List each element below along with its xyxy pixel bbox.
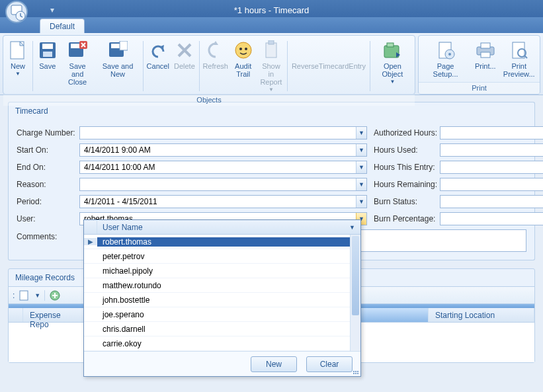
svg-rect-28	[20, 291, 28, 300]
report-icon	[261, 40, 282, 61]
burn-status-input[interactable]	[440, 195, 543, 208]
user-option[interactable]: joe.sperano	[84, 307, 360, 322]
scrollbar-thumb[interactable]	[352, 236, 359, 315]
new-record-icon[interactable]	[19, 290, 30, 301]
app-icon[interactable]	[3, 0, 43, 25]
popup-select-all[interactable]	[84, 220, 97, 234]
save-close-icon	[67, 40, 88, 61]
svg-point-13	[235, 42, 251, 58]
sort-icon: ▼	[349, 224, 355, 231]
refresh-icon	[205, 40, 226, 61]
popup-clear-button[interactable]: Clear	[306, 356, 353, 372]
col-starting-location[interactable]: Starting Location	[429, 308, 534, 322]
user-option-label: peter.petrov	[97, 252, 360, 261]
add-record-icon[interactable]	[49, 290, 61, 301]
reason-input[interactable]	[80, 178, 356, 190]
scrollbar[interactable]	[350, 235, 360, 351]
user-option-label: michael.pipoly	[97, 266, 360, 276]
label-hours-this-entry: Hours This Entry:	[374, 163, 440, 172]
audit-icon	[233, 40, 254, 61]
svg-rect-16	[266, 43, 276, 58]
popup-new-button[interactable]: New	[251, 356, 297, 372]
ribbon-group-print: Print	[419, 82, 540, 94]
svg-rect-17	[269, 40, 274, 44]
user-option[interactable]: matthew.rotundo	[84, 278, 360, 293]
end-on-combo[interactable]: ▼	[79, 161, 367, 174]
end-on-input[interactable]	[80, 161, 356, 173]
chevron-left-icon[interactable]: :	[13, 291, 15, 300]
label-reason: Reason:	[17, 180, 79, 189]
chevron-down-icon[interactable]: ▼	[356, 178, 366, 190]
save-and-new-button[interactable]: Save and New	[94, 38, 141, 79]
authorized-hours-input[interactable]	[440, 126, 543, 139]
label-authorized-hours: Authorized Hours:	[374, 128, 440, 137]
chevron-down-icon[interactable]: ▼	[356, 144, 366, 156]
user-option[interactable]: michael.pipoly	[84, 264, 360, 278]
reverse-timecard-entry-button: ReverseTimecardEntry	[289, 38, 368, 71]
print-preview-button[interactable]: Print Preview...	[499, 38, 538, 79]
user-option[interactable]: ▶robert.thomas	[84, 235, 360, 249]
ribbon-group-objects: Objects	[3, 94, 415, 106]
label-start-on: Start On:	[17, 145, 79, 155]
svg-rect-5	[42, 44, 53, 49]
charge-number-combo[interactable]: ▼	[79, 126, 367, 139]
chevron-down-icon[interactable]: ▼	[356, 161, 366, 173]
user-option[interactable]: peter.petrov	[84, 249, 360, 264]
start-on-input[interactable]	[80, 144, 356, 156]
hours-used-input[interactable]	[440, 143, 543, 157]
print-button[interactable]: Print...	[471, 38, 499, 71]
user-option[interactable]: john.bostettle	[84, 293, 360, 307]
start-on-combo[interactable]: ▼	[79, 143, 367, 157]
show-in-report-button: Show in Report▼	[257, 38, 286, 94]
user-option-label: matthew.rotundo	[97, 281, 360, 290]
resize-grip-icon[interactable]	[352, 368, 358, 374]
hours-remaining-input[interactable]	[440, 178, 543, 191]
audit-trail-button[interactable]: Audit Trail	[230, 38, 257, 79]
svg-rect-25	[481, 52, 490, 58]
undo-icon	[147, 40, 169, 61]
ribbon-tabstrip: Default	[0, 17, 543, 33]
popup-column-header[interactable]: User Name ▼	[97, 220, 360, 234]
charge-number-input[interactable]	[80, 127, 356, 139]
label-burn-percentage: Burn Percentage:	[374, 214, 440, 223]
label-period: Period:	[17, 197, 79, 206]
user-option-label: chris.darnell	[97, 325, 360, 334]
reason-combo[interactable]: ▼	[79, 178, 367, 191]
tab-default[interactable]: Default	[40, 19, 85, 33]
user-option-label: joe.sperano	[97, 310, 360, 319]
burn-percentage-input[interactable]	[440, 212, 543, 225]
hours-this-entry-input[interactable]	[440, 161, 543, 174]
delete-icon	[174, 40, 195, 61]
page-setup-button[interactable]: Page Setup...	[420, 38, 471, 79]
col-expense-report[interactable]: Expense Repo	[23, 308, 87, 322]
open-object-button[interactable]: Open Object▼	[372, 38, 413, 86]
label-charge-number: Charge Number:	[17, 128, 79, 137]
label-comments: Comments:	[17, 229, 79, 252]
user-option-label: john.bostettle	[97, 295, 360, 305]
svg-point-14	[239, 48, 242, 50]
dropdown-icon[interactable]: ▼	[34, 292, 40, 299]
svg-rect-6	[43, 52, 52, 57]
label-end-on: End On:	[17, 163, 79, 172]
label-burn-status: Burn Status:	[374, 197, 440, 206]
chevron-down-icon[interactable]: ▼	[356, 127, 366, 139]
window-title: *1 hours - Timecard	[0, 5, 543, 15]
period-input[interactable]	[80, 196, 356, 208]
new-document-icon	[7, 40, 28, 61]
cancel-button[interactable]: Cancel	[145, 38, 171, 71]
user-option-label: carrie.okoy	[97, 339, 360, 348]
svg-rect-19	[387, 43, 394, 47]
new-button[interactable]: New▼	[5, 38, 31, 78]
page-setup-icon	[435, 40, 456, 61]
user-option[interactable]: carrie.okoy	[84, 336, 360, 351]
user-option[interactable]: chris.darnell	[84, 322, 360, 336]
save-button[interactable]: Save	[34, 38, 61, 71]
chevron-down-icon[interactable]: ▼	[356, 196, 366, 208]
period-combo[interactable]: ▼	[79, 195, 367, 208]
svg-rect-12	[120, 41, 128, 50]
save-and-close-button[interactable]: Save and Close	[61, 38, 95, 87]
row-indicator-icon: ▶	[84, 238, 97, 245]
svg-point-15	[245, 48, 247, 50]
user-option-label: robert.thomas	[97, 237, 360, 247]
user-list[interactable]: ▶robert.thomaspeter.petrovmichael.pipoly…	[84, 235, 360, 351]
